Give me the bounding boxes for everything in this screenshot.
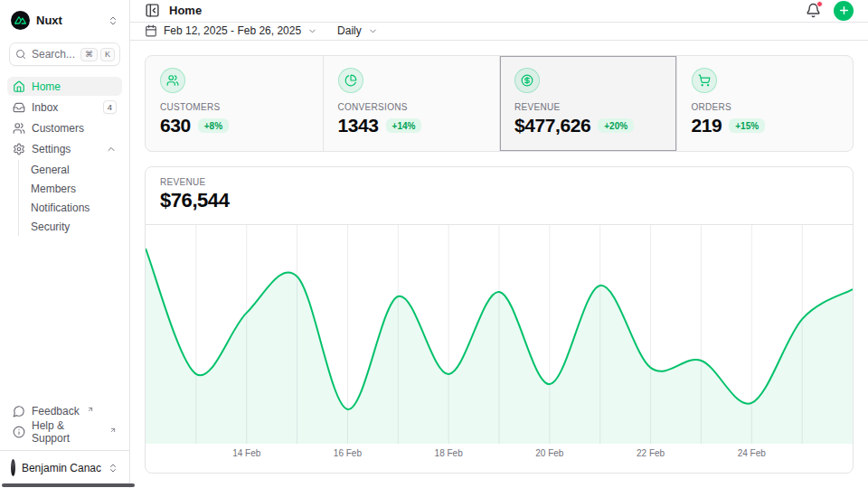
search-shortcut: ⌘ K bbox=[80, 48, 115, 61]
sidebar-item-general[interactable]: General bbox=[19, 160, 122, 179]
main-area: Home Feb 12, 2025 - Feb 26, 2025 bbox=[130, 0, 868, 488]
chevron-up-icon bbox=[106, 144, 117, 155]
sidebar-divider bbox=[0, 450, 129, 451]
period-select[interactable]: Daily bbox=[337, 24, 378, 37]
add-button[interactable] bbox=[834, 1, 854, 21]
notification-dot bbox=[816, 1, 823, 7]
external-link-icon bbox=[87, 406, 94, 413]
sidebar-collapse-icon[interactable] bbox=[145, 3, 160, 18]
stat-value: 1343 bbox=[338, 115, 379, 136]
sidebar-item-settings[interactable]: Settings bbox=[7, 139, 122, 158]
x-tick-label: 20 Feb bbox=[535, 448, 563, 458]
chart-current-value: $76,544 bbox=[160, 189, 838, 212]
search-input[interactable]: Search... ⌘ K bbox=[9, 42, 120, 66]
user-name: Benjamin Canac bbox=[22, 462, 101, 474]
sidebar: Nuxt Search... ⌘ K Home Inbox 4 bbox=[0, 0, 130, 488]
sidebar-item-security[interactable]: Security bbox=[19, 217, 122, 236]
chevrons-up-down-icon bbox=[108, 463, 118, 474]
sidebar-item-customers[interactable]: Customers bbox=[7, 118, 122, 137]
chart-x-axis: 14 Feb16 Feb18 Feb20 Feb22 Feb24 Feb bbox=[146, 444, 853, 464]
sidebar-item-label: Home bbox=[32, 80, 61, 93]
stat-delta-badge: +14% bbox=[386, 118, 422, 133]
stat-value: $477,626 bbox=[514, 115, 590, 136]
search-icon bbox=[15, 49, 26, 60]
x-tick-label: 18 Feb bbox=[435, 448, 463, 458]
sidebar-item-label: Inbox bbox=[32, 101, 58, 114]
stats-cards: CUSTOMERS 630 +8% CONVERSIONS 1343 +14% bbox=[145, 55, 854, 152]
filters-toolbar: Feb 12, 2025 - Feb 26, 2025 Daily bbox=[130, 23, 868, 41]
period-label: Daily bbox=[337, 24, 362, 37]
stat-card-conversions[interactable]: CONVERSIONS 1343 +14% bbox=[323, 56, 500, 151]
settings-sub-list: General Members Notifications Security bbox=[18, 160, 122, 236]
horizontal-scrollbar[interactable] bbox=[2, 483, 135, 487]
date-range-label: Feb 12, 2025 - Feb 26, 2025 bbox=[164, 24, 301, 37]
sidebar-item-label: Customers bbox=[32, 122, 84, 135]
sidebar-item-home[interactable]: Home bbox=[7, 77, 122, 96]
circle-dollar-icon bbox=[514, 68, 540, 93]
chevrons-up-down-icon bbox=[108, 15, 118, 26]
stat-label: CONVERSIONS bbox=[338, 102, 486, 112]
plus-icon bbox=[838, 5, 850, 16]
stat-card-customers[interactable]: CUSTOMERS 630 +8% bbox=[146, 56, 323, 151]
info-circle-icon bbox=[13, 426, 25, 438]
workspace-switcher[interactable]: Nuxt bbox=[7, 7, 122, 32]
gear-icon bbox=[13, 143, 25, 155]
sidebar-item-label: Settings bbox=[32, 143, 71, 155]
help-support-link[interactable]: Help & Support bbox=[7, 422, 122, 441]
stat-card-orders[interactable]: ORDERS 219 +15% bbox=[676, 56, 854, 151]
avatar bbox=[11, 459, 15, 476]
date-range-button[interactable]: Feb 12, 2025 - Feb 26, 2025 bbox=[145, 24, 317, 37]
sidebar-item-inbox[interactable]: Inbox 4 bbox=[7, 98, 122, 117]
app-header: Home bbox=[130, 0, 868, 23]
stat-value: 219 bbox=[692, 115, 722, 136]
x-tick-label: 16 Feb bbox=[334, 448, 362, 458]
external-link-icon bbox=[109, 427, 117, 434]
cmd-key: ⌘ bbox=[80, 48, 98, 61]
chart-header: REVENUE $76,544 bbox=[146, 167, 853, 224]
inbox-count-badge: 4 bbox=[103, 100, 117, 114]
dashboard-content: CUSTOMERS 630 +8% CONVERSIONS 1343 +14% bbox=[130, 41, 868, 488]
shopping-cart-icon bbox=[692, 68, 717, 93]
stat-label: CUSTOMERS bbox=[160, 102, 308, 112]
feedback-link[interactable]: Feedback bbox=[7, 401, 122, 420]
page-title: Home bbox=[169, 4, 202, 17]
pie-chart-icon bbox=[338, 68, 363, 93]
notifications-button[interactable] bbox=[806, 3, 821, 18]
stat-delta-badge: +20% bbox=[598, 118, 634, 133]
x-tick-label: 22 Feb bbox=[637, 448, 665, 458]
calendar-icon bbox=[145, 24, 157, 37]
users-icon bbox=[13, 122, 25, 135]
house-icon bbox=[13, 80, 25, 93]
stat-label: ORDERS bbox=[692, 102, 839, 112]
k-key: K bbox=[100, 48, 115, 61]
search-placeholder: Search... bbox=[32, 48, 75, 61]
inbox-icon bbox=[13, 101, 25, 114]
nuxt-logo-icon bbox=[11, 11, 30, 30]
users-icon bbox=[160, 68, 185, 93]
chevron-down-icon bbox=[307, 26, 317, 36]
sidebar-item-members[interactable]: Members bbox=[19, 179, 122, 198]
workspace-name: Nuxt bbox=[36, 14, 62, 27]
stat-delta-badge: +8% bbox=[198, 118, 229, 133]
feedback-label: Feedback bbox=[32, 405, 80, 418]
sidebar-nav: Home Inbox 4 Customers Settings Genera bbox=[7, 77, 122, 238]
x-tick-label: 14 Feb bbox=[232, 448, 260, 458]
revenue-chart-panel: REVENUE $76,544 14 Feb16 Feb18 Feb20 Feb… bbox=[145, 166, 854, 474]
chart-title: REVENUE bbox=[160, 177, 838, 187]
chevron-down-icon bbox=[368, 26, 378, 36]
stat-value: 630 bbox=[160, 115, 191, 136]
x-tick-label: 24 Feb bbox=[738, 448, 766, 458]
revenue-chart-svg bbox=[146, 225, 853, 444]
stat-label: REVENUE bbox=[514, 102, 662, 112]
chart-plot-area[interactable]: 14 Feb16 Feb18 Feb20 Feb22 Feb24 Feb bbox=[146, 224, 853, 464]
stat-delta-badge: +15% bbox=[729, 118, 765, 133]
sidebar-item-notifications[interactable]: Notifications bbox=[19, 198, 122, 217]
stat-card-revenue[interactable]: REVENUE $477,626 +20% bbox=[499, 56, 676, 151]
help-support-label: Help & Support bbox=[32, 419, 102, 445]
message-circle-icon bbox=[13, 405, 25, 418]
user-menu[interactable]: Benjamin Canac bbox=[7, 456, 122, 479]
